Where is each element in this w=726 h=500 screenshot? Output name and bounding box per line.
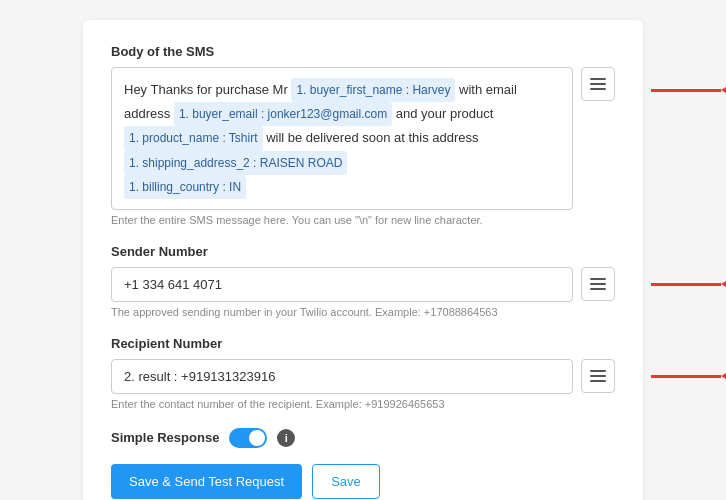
sender-number-menu-button[interactable]: [581, 267, 615, 301]
sms-body-hint: Enter the entire SMS message here. You c…: [111, 214, 615, 226]
save-button[interactable]: Save: [312, 464, 380, 499]
svg-rect-8: [590, 380, 606, 382]
recipient-number-menu-button[interactable]: [581, 359, 615, 393]
sms-body-section: Body of the SMS Hey Thanks for purchase …: [111, 44, 615, 226]
tag-buyer-email: 1. buyer_email : jonker123@gmail.com: [174, 102, 392, 126]
recipient-number-hint: Enter the contact number of the recipien…: [111, 398, 615, 410]
text-hey: Hey Thanks for purchase Mr: [124, 82, 291, 97]
recipient-number-section: Recipient Number Enter the contact numbe…: [111, 336, 615, 410]
arrow-shaft-2: [651, 283, 721, 286]
arrow-tip: [721, 83, 726, 97]
text-and: and your product: [392, 106, 493, 121]
info-icon[interactable]: i: [277, 429, 295, 447]
tag-buyer-first-name: 1. buyer_first_name : Harvey: [291, 78, 455, 102]
arrow-tip-2: [721, 277, 726, 291]
simple-response-toggle[interactable]: [229, 428, 267, 448]
svg-rect-7: [590, 375, 606, 377]
recipient-arrow: [651, 369, 726, 383]
sms-body-label: Body of the SMS: [111, 44, 615, 59]
menu-icon: [590, 76, 606, 92]
text-delivered: will be delivered soon at this address: [263, 130, 479, 145]
button-row: Save & Send Test Request Save: [111, 464, 615, 499]
tag-billing-country: 1. billing_country : IN: [124, 175, 246, 199]
simple-response-label: Simple Response: [111, 430, 219, 445]
menu-icon-2: [590, 276, 606, 292]
svg-rect-3: [590, 278, 606, 280]
tag-product-name: 1. product_name : Tshirt: [124, 126, 263, 150]
svg-rect-1: [590, 83, 606, 85]
sms-body-menu-button[interactable]: [581, 67, 615, 101]
sms-body-content: Hey Thanks for purchase Mr 1. buyer_firs…: [124, 78, 560, 199]
toggle-knob: [249, 430, 265, 446]
recipient-number-input[interactable]: [111, 359, 573, 394]
sender-number-label: Sender Number: [111, 244, 615, 259]
tag-shipping-address: 1. shipping_address_2 : RAISEN ROAD: [124, 151, 347, 175]
sender-number-hint: The approved sending number in your Twil…: [111, 306, 615, 318]
sender-number-input[interactable]: [111, 267, 573, 302]
arrow-shaft-3: [651, 375, 721, 378]
sms-body-box[interactable]: Hey Thanks for purchase Mr 1. buyer_firs…: [111, 67, 573, 210]
svg-rect-2: [590, 88, 606, 90]
svg-rect-6: [590, 370, 606, 372]
sender-arrow: [651, 277, 726, 291]
sms-body-arrow: [651, 83, 726, 97]
save-send-button[interactable]: Save & Send Test Request: [111, 464, 302, 499]
recipient-number-label: Recipient Number: [111, 336, 615, 351]
svg-rect-0: [590, 78, 606, 80]
menu-icon-3: [590, 368, 606, 384]
simple-response-row: Simple Response i: [111, 428, 615, 448]
form-container: Body of the SMS Hey Thanks for purchase …: [83, 20, 643, 500]
svg-rect-4: [590, 283, 606, 285]
arrow-shaft: [651, 89, 721, 92]
svg-rect-5: [590, 288, 606, 290]
sender-number-section: Sender Number The approved sending numbe…: [111, 244, 615, 318]
arrow-tip-3: [721, 369, 726, 383]
